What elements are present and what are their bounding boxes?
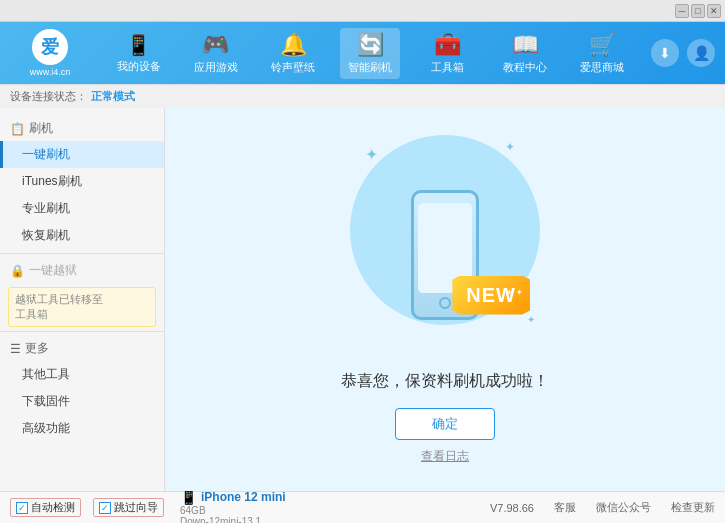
nav-ringtones-label: 铃声壁纸 (271, 60, 315, 75)
flash-section-label: 刷机 (29, 120, 53, 137)
minimize-button[interactable]: ─ (675, 4, 689, 18)
nav-bar: 📱 我的设备 🎮 应用游戏 🔔 铃声壁纸 🔄 智能刷机 🧰 工具箱 📖 教程中心… (100, 28, 641, 79)
status-bar: 设备连接状态： 正常模式 (0, 84, 725, 108)
customer-service-link[interactable]: 客服 (554, 500, 576, 515)
device-name: iPhone 12 mini (201, 490, 286, 504)
skip-wizard-check-icon: ✓ (99, 502, 111, 514)
sidebar: 📋 刷机 一键刷机 iTunes刷机 专业刷机 恢复刷机 🔒 一键越狱 越狱工具… (0, 108, 165, 491)
sidebar-item-one-click-flash[interactable]: 一键刷机 (0, 141, 164, 168)
auto-detect-check-icon: ✓ (16, 502, 28, 514)
jailbreak-notice-text: 越狱工具已转移至工具箱 (15, 293, 103, 320)
advanced-label: 高级功能 (22, 421, 70, 435)
nav-smart-flash[interactable]: 🔄 智能刷机 (340, 28, 400, 79)
auto-detect-label: 自动检测 (31, 500, 75, 515)
sparkle-3: ✦ (527, 314, 535, 325)
nav-ringtones[interactable]: 🔔 铃声壁纸 (263, 28, 323, 79)
pro-flash-label: 专业刷机 (22, 201, 70, 215)
sidebar-divider-2 (0, 331, 164, 332)
other-tools-label: 其他工具 (22, 367, 70, 381)
sidebar-divider-1 (0, 253, 164, 254)
nav-my-device[interactable]: 📱 我的设备 (109, 29, 169, 78)
download-button[interactable]: ⬇ (651, 39, 679, 67)
status-label: 设备连接状态： (10, 89, 87, 104)
view-log-link[interactable]: 查看日志 (421, 448, 469, 465)
sidebar-item-pro-flash[interactable]: 专业刷机 (0, 195, 164, 222)
auto-detect-checkbox[interactable]: ✓ 自动检测 (10, 498, 81, 517)
skip-wizard-label: 跳过向导 (114, 500, 158, 515)
logo[interactable]: 爱 www.i4.cn (10, 29, 90, 77)
nav-tutorial-label: 教程中心 (503, 60, 547, 75)
nav-apps-games[interactable]: 🎮 应用游戏 (186, 28, 246, 79)
sidebar-section-more: ☰ 更多 (0, 336, 164, 361)
sidebar-item-recovery-flash[interactable]: 恢复刷机 (0, 222, 164, 249)
download-firmware-label: 下载固件 (22, 394, 70, 408)
one-click-flash-label: 一键刷机 (22, 147, 70, 161)
device-model: Down-12mini-13.1 (180, 516, 286, 524)
skip-wizard-checkbox[interactable]: ✓ 跳过向导 (93, 498, 164, 517)
header-right: ⬇ 👤 (651, 39, 715, 67)
nav-toolbox-label: 工具箱 (431, 60, 464, 75)
header: 爱 www.i4.cn 📱 我的设备 🎮 应用游戏 🔔 铃声壁纸 🔄 智能刷机 … (0, 22, 725, 84)
sidebar-item-other-tools[interactable]: 其他工具 (0, 361, 164, 388)
nav-smart-flash-label: 智能刷机 (348, 60, 392, 75)
nav-my-device-icon: 📱 (126, 33, 151, 57)
restore-button[interactable]: □ (691, 4, 705, 18)
status-mode: 正常模式 (91, 89, 135, 104)
nav-ringtones-icon: 🔔 (280, 32, 307, 58)
confirm-button[interactable]: 确定 (395, 408, 495, 440)
sidebar-section-jailbreak: 🔒 一键越狱 (0, 258, 164, 283)
nav-apps-games-label: 应用游戏 (194, 60, 238, 75)
wechat-link[interactable]: 微信公众号 (596, 500, 651, 515)
check-update-link[interactable]: 检查更新 (671, 500, 715, 515)
bottom-right: V7.98.66 客服 微信公众号 检查更新 (490, 500, 715, 515)
nav-tutorial[interactable]: 📖 教程中心 (495, 28, 555, 79)
phone-home-button (439, 297, 451, 309)
nav-store-icon: 🛒 (589, 32, 616, 58)
nav-smart-flash-icon: 🔄 (357, 32, 384, 58)
sidebar-item-advanced[interactable]: 高级功能 (0, 415, 164, 442)
nav-tutorial-icon: 📖 (512, 32, 539, 58)
logo-icon: 爱 (32, 29, 68, 65)
phone-illustration: ✦ ✦ ✦✦ NEW ✦ (345, 135, 545, 355)
sidebar-item-download-firmware[interactable]: 下载固件 (0, 388, 164, 415)
nav-store-label: 爱思商城 (580, 60, 624, 75)
content-area: ✦ ✦ ✦✦ NEW ✦ 恭喜您，保资料刷机成功啦！ 确定 查看日志 (165, 108, 725, 491)
new-badge-stars: ✦✦ (506, 288, 523, 297)
logo-url: www.i4.cn (30, 67, 71, 77)
recovery-flash-label: 恢复刷机 (22, 228, 70, 242)
connection-status: 设备连接状态： 正常模式 (10, 89, 135, 104)
jailbreak-section-icon: 🔒 (10, 264, 25, 278)
success-message: 恭喜您，保资料刷机成功啦！ (341, 371, 549, 392)
titlebar: ─ □ ✕ (0, 0, 725, 22)
user-button[interactable]: 👤 (687, 39, 715, 67)
sparkle-2: ✦ (505, 140, 515, 154)
nav-my-device-label: 我的设备 (117, 59, 161, 74)
nav-toolbox-icon: 🧰 (434, 32, 461, 58)
main-area: 📋 刷机 一键刷机 iTunes刷机 专业刷机 恢复刷机 🔒 一键越狱 越狱工具… (0, 108, 725, 491)
bottom-bar: ✓ 自动检测 ✓ 跳过向导 📱 iPhone 12 mini 64GB Down… (0, 491, 725, 523)
flash-section-icon: 📋 (10, 122, 25, 136)
more-section-icon: ☰ (10, 342, 21, 356)
bottom-checkboxes: ✓ 自动检测 ✓ 跳过向导 (10, 498, 164, 517)
sidebar-item-itunes-flash[interactable]: iTunes刷机 (0, 168, 164, 195)
sparkle-1: ✦ (365, 145, 378, 164)
close-button[interactable]: ✕ (707, 4, 721, 18)
sidebar-section-flash: 📋 刷机 (0, 116, 164, 141)
nav-apps-games-icon: 🎮 (202, 32, 229, 58)
jailbreak-notice: 越狱工具已转移至工具箱 (8, 287, 156, 327)
nav-store[interactable]: 🛒 爱思商城 (572, 28, 632, 79)
more-section-label: 更多 (25, 340, 49, 357)
itunes-flash-label: iTunes刷机 (22, 174, 82, 188)
device-storage: 64GB (180, 505, 286, 516)
version-text: V7.98.66 (490, 502, 534, 514)
nav-toolbox[interactable]: 🧰 工具箱 (418, 28, 478, 79)
jailbreak-section-label: 一键越狱 (29, 262, 77, 279)
